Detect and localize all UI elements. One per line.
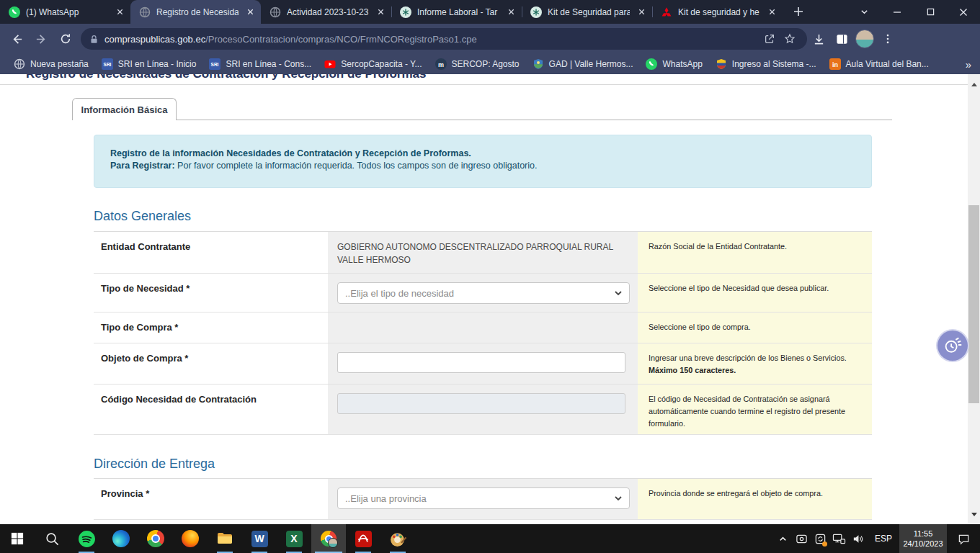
side-panel-icon[interactable]	[830, 27, 853, 51]
objeto-compra-input[interactable]	[337, 352, 625, 373]
maximize-button[interactable]	[914, 0, 947, 24]
share-icon[interactable]	[760, 29, 780, 49]
taskbar-file-explorer[interactable]	[208, 524, 242, 553]
bookmark-whatsapp[interactable]: WhatsApp	[639, 55, 708, 73]
provincia-select[interactable]: ..Elija una provincia	[337, 487, 630, 509]
orange-in-icon: in	[829, 58, 841, 70]
floating-timer-widget[interactable]	[936, 329, 969, 362]
bookmark-label: SercopCapacita - Y...	[341, 59, 422, 69]
codigo-necesidad-input	[337, 393, 625, 414]
reload-button[interactable]	[53, 27, 78, 51]
action-center-icon[interactable]	[947, 524, 980, 553]
tipo-necesidad-select[interactable]: ..Elija el tipo de necesidad	[337, 282, 630, 304]
close-tab-icon[interactable]	[244, 6, 257, 18]
tab-informe-laboral[interactable]: Informe Laboral - Tar	[391, 0, 522, 24]
volume-icon[interactable]	[849, 524, 868, 553]
hidden-icons-chevron[interactable]	[774, 524, 793, 553]
tab-actividad[interactable]: Actividad 2023-10-23	[261, 0, 391, 24]
bookmark-label: Ingreso al Sistema -...	[732, 59, 816, 69]
minimize-button[interactable]	[881, 0, 914, 24]
tab-title: (1) WhatsApp	[26, 7, 108, 17]
tab-whatsapp[interactable]: (1) WhatsApp	[0, 0, 130, 24]
url-host: compraspublicas.gob.ec	[104, 34, 205, 45]
browser-tab-strip: (1) WhatsApp Registro de Necesida Activi…	[0, 0, 980, 24]
tab-registro-active[interactable]: Registro de Necesida	[130, 0, 261, 24]
winged-clock-icon	[942, 335, 963, 356]
search-icon	[45, 531, 60, 547]
close-tab-icon[interactable]	[114, 6, 126, 18]
taskbar-excel[interactable]: X	[277, 524, 311, 553]
sri-icon: SRI	[209, 58, 220, 70]
profile-avatar[interactable]	[853, 27, 876, 51]
chevron-down-icon	[614, 289, 623, 297]
info-notice-box: Registro de la información Necesidades d…	[94, 135, 872, 188]
taskbar-edge[interactable]	[104, 524, 138, 553]
taskbar-search-button[interactable]	[35, 524, 69, 553]
start-button[interactable]	[0, 524, 35, 553]
forward-button[interactable]	[29, 27, 53, 51]
address-bar[interactable]: compraspublicas.gob.ec/ProcesoContrataci…	[81, 28, 807, 50]
close-tab-icon[interactable]	[636, 6, 648, 18]
taskbar-word[interactable]: W	[242, 524, 277, 553]
bookmark-nueva-pestana[interactable]: Nueva pestaña	[7, 55, 95, 73]
taskbar-spotify[interactable]	[69, 524, 104, 553]
field-cell: ..Elija el tipo de necesidad	[328, 274, 638, 312]
acrobat-icon	[355, 531, 372, 547]
taskbar-chrome[interactable]	[138, 524, 173, 553]
bookmark-label: Nueva pestaña	[30, 59, 89, 69]
tab-title: Kit de Seguridad para	[548, 7, 630, 17]
language-indicator[interactable]: ESP	[868, 534, 899, 544]
bookmarks-overflow-chevron[interactable]: »	[966, 58, 971, 71]
url-path: /ProcesoContratacion/compras/NCO/FrmNCOR…	[205, 34, 476, 45]
new-tab-button[interactable]	[788, 1, 808, 22]
whatsapp-icon	[646, 58, 657, 70]
bookmark-sri-consultas[interactable]: SRISRI en Línea - Cons...	[202, 55, 318, 73]
bookmark-star-icon[interactable]	[780, 29, 800, 49]
chrome-icon	[321, 531, 337, 547]
scroll-up-arrow[interactable]	[968, 78, 980, 91]
browser-menu-icon[interactable]	[876, 27, 899, 51]
taskbar-firefox[interactable]	[173, 524, 208, 553]
direccion-entrega-table: Provincia * ..Elija una provincia Provin…	[94, 479, 872, 520]
close-window-button[interactable]	[947, 0, 980, 24]
page-scrollbar[interactable]	[968, 74, 980, 524]
windows-logo-icon	[11, 532, 24, 545]
bookmark-ingreso-sistema[interactable]: Ingreso al Sistema -...	[709, 55, 823, 73]
system-clock[interactable]: 11:55 24/10/2023	[899, 524, 947, 553]
bookmarks-bar: Nueva pestaña SRISRI en Línea - Inicio S…	[0, 54, 980, 74]
bookmark-gad-valle-hermoso[interactable]: GAD | Valle Hermos...	[526, 55, 640, 73]
bookmark-label: SRI en Línea - Cons...	[226, 59, 311, 69]
svg-text:SRI: SRI	[103, 62, 111, 67]
back-button[interactable]	[4, 27, 29, 51]
sync-pending-icon[interactable]	[811, 524, 830, 553]
bookmark-label: GAD | Valle Hermos...	[549, 59, 633, 69]
tab-kit-seguridad-1[interactable]: Kit de Seguridad para	[522, 0, 652, 24]
bookmark-sercop-agosto[interactable]: mSERCOP: Agosto	[429, 55, 526, 73]
globe-icon	[139, 6, 151, 18]
close-tab-icon[interactable]	[766, 6, 778, 18]
taskbar-acrobat[interactable]	[346, 524, 380, 553]
scroll-down-arrow[interactable]	[968, 508, 980, 521]
clock-date: 24/10/2023	[903, 539, 943, 549]
tab-search-chevron-icon[interactable]	[847, 0, 881, 24]
notification-dot	[822, 541, 827, 547]
close-tab-icon[interactable]	[505, 6, 517, 18]
field-cell	[328, 313, 638, 343]
datos-generales-table: Entidad Contratante GOBIERNO AUTONOMO DE…	[94, 232, 872, 435]
taskbar-chrome-profile-active[interactable]	[311, 524, 346, 553]
tab-kit-seguridad-2[interactable]: Kit de seguridad y he	[652, 0, 783, 24]
desktop: (1) WhatsApp Registro de Necesida Activi…	[0, 0, 980, 553]
taskbar-paint[interactable]	[380, 524, 415, 553]
page-title: Registro de Necesidades de Contratación …	[26, 74, 689, 82]
bookmark-aula-virtual[interactable]: inAula Virtual del Ban...	[823, 55, 935, 73]
tab-informacion-basica[interactable]: Información Básica	[72, 98, 177, 120]
firefox-icon	[182, 530, 199, 547]
download-icon[interactable]	[807, 27, 830, 51]
close-tab-icon[interactable]	[375, 6, 387, 18]
help-cell: Ingresar una breve descripción de los Bi…	[638, 343, 872, 384]
scrollbar-thumb[interactable]	[968, 205, 979, 403]
bookmark-sri-inicio[interactable]: SRISRI en Línea - Inicio	[95, 55, 203, 73]
network-icon[interactable]	[830, 524, 849, 553]
meet-now-icon[interactable]	[793, 524, 811, 553]
bookmark-sercopcapacita[interactable]: SercopCapacita - Y...	[318, 55, 428, 73]
